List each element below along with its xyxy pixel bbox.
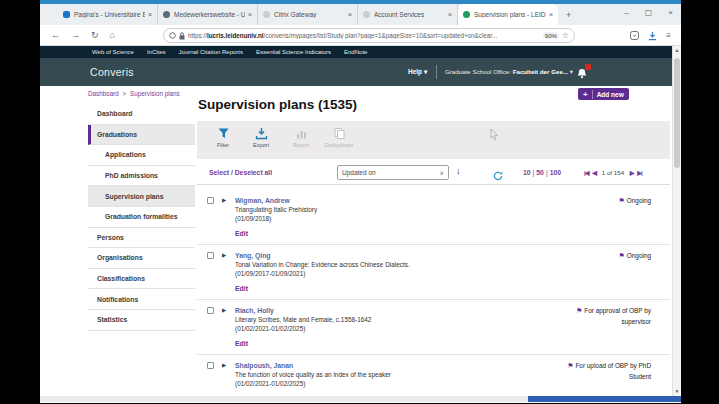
person-name-link[interactable]: Yang, Qing bbox=[235, 251, 410, 260]
link-endnote[interactable]: EndNote bbox=[344, 49, 367, 55]
page-scrollbar[interactable]: ▲ ▼ bbox=[672, 46, 681, 396]
forward-icon[interactable]: → bbox=[71, 31, 80, 40]
breadcrumb-supervision-plans[interactable]: Supervision plans bbox=[130, 90, 180, 97]
help-menu[interactable]: Help ▾ bbox=[408, 68, 427, 76]
bookmark-star-icon[interactable]: ☆ bbox=[562, 32, 569, 40]
edit-link[interactable]: Edit bbox=[235, 339, 371, 348]
refresh-icon[interactable] bbox=[493, 167, 503, 185]
tab-title: Supervision plans - LEIDEN bbox=[474, 11, 546, 18]
row-checkbox[interactable] bbox=[207, 362, 214, 369]
sidebar-item-supervision-plans[interactable]: Supervision plans bbox=[88, 186, 195, 207]
sidebar-item-statistics[interactable]: Statistics bbox=[88, 310, 195, 331]
sidebar-item-graduations[interactable]: Graduations bbox=[88, 125, 195, 146]
last-page-button[interactable]: ▶| bbox=[637, 169, 642, 176]
new-tab-button[interactable]: + bbox=[566, 10, 571, 20]
scroll-up-icon[interactable]: ▲ bbox=[673, 48, 681, 53]
tabs: Pagina's - Universitaire Bibl × Medewerk… bbox=[58, 4, 571, 25]
sidebar-nav: Dashboard Graduations Applications PhD a… bbox=[88, 104, 195, 331]
role-switcher[interactable]: Graduate School Office: Faculteit der Ge… bbox=[445, 68, 573, 75]
person-name-link[interactable]: Wigman, Andrew bbox=[235, 196, 317, 205]
row-checkbox[interactable] bbox=[207, 307, 214, 314]
sidebar-item-persons[interactable]: Persons bbox=[88, 228, 195, 249]
scroll-down-icon[interactable]: ▼ bbox=[673, 389, 681, 394]
expand-row-icon[interactable]: ▶ bbox=[222, 362, 226, 368]
tab-close-icon[interactable]: × bbox=[549, 11, 553, 18]
report-button[interactable]: Report bbox=[283, 127, 319, 148]
sidebar-item-applications[interactable]: Applications bbox=[88, 145, 195, 166]
status-text: For upload of OBP by PhD Student bbox=[575, 362, 651, 380]
role-label: Graduate School Office: bbox=[445, 68, 511, 75]
sidebar-item-phd-admissions[interactable]: PhD admissions bbox=[88, 166, 195, 187]
export-button[interactable]: Export bbox=[243, 127, 279, 148]
filter-label: Filter bbox=[217, 142, 229, 148]
maximize-button[interactable]: ▢ bbox=[645, 8, 653, 17]
sidebar-item-label: Graduation formalities bbox=[105, 213, 178, 220]
expand-row-icon[interactable]: ▶ bbox=[222, 307, 226, 313]
plan-dates: (01/02/2021-01/02/2025) bbox=[235, 325, 371, 334]
previous-page-button[interactable]: ◀ bbox=[592, 169, 596, 176]
close-button[interactable]: × bbox=[668, 8, 673, 17]
sidebar-item-organisations[interactable]: Organisations bbox=[88, 248, 195, 269]
expand-row-icon[interactable]: ▶ bbox=[222, 197, 226, 203]
sidebar-item-notifications[interactable]: Notifications bbox=[88, 289, 195, 310]
url-text: https://lucris.leidenuniv.nl/converis/my… bbox=[188, 32, 540, 39]
chevron-down-icon: ∨ bbox=[440, 169, 444, 176]
zoom-level-badge[interactable]: 90% bbox=[543, 32, 559, 39]
tab-pagina[interactable]: Pagina's - Universitaire Bibl × bbox=[58, 4, 158, 25]
page-size-10[interactable]: 10 bbox=[523, 169, 531, 176]
notification-badge bbox=[585, 64, 591, 70]
edit-link[interactable]: Edit bbox=[235, 284, 410, 293]
person-name-link[interactable]: Shalpoush, Janan bbox=[235, 361, 391, 370]
tab-favicon-icon bbox=[463, 11, 470, 18]
tab-citrix[interactable]: Citrix Gateway × bbox=[258, 4, 358, 25]
status-text: For approval of OBP by supervisor bbox=[584, 307, 651, 325]
page-size-100[interactable]: 100 bbox=[550, 169, 561, 176]
sidebar-item-dashboard[interactable]: Dashboard bbox=[88, 104, 195, 125]
link-jcr[interactable]: Journal Citation Reports bbox=[179, 49, 243, 55]
site-info-icon[interactable] bbox=[169, 32, 176, 39]
row-checkbox[interactable] bbox=[207, 252, 214, 259]
tab-close-icon[interactable]: × bbox=[148, 11, 152, 18]
status-badge: ⚑For approval of OBP by supervisor bbox=[559, 306, 651, 326]
tab-close-icon[interactable]: × bbox=[248, 11, 252, 18]
first-page-button[interactable]: |◀ bbox=[584, 169, 589, 176]
browser-menu-icon[interactable]: ≡ bbox=[666, 31, 671, 40]
tab-supervision-plans-active[interactable]: Supervision plans - LEIDEN × bbox=[458, 4, 558, 25]
breadcrumb-separator: > bbox=[123, 90, 127, 97]
link-esi[interactable]: Essential Science Indicators bbox=[256, 49, 331, 55]
edit-link[interactable]: Edit bbox=[235, 229, 317, 238]
page-size-50[interactable]: 50 bbox=[536, 169, 544, 176]
link-incites[interactable]: InCites bbox=[147, 49, 166, 55]
tab-medewerkers[interactable]: Medewerkerswebsite - Univ × bbox=[158, 4, 258, 25]
back-icon[interactable]: ← bbox=[51, 31, 60, 40]
tab-account-services[interactable]: Account Services × bbox=[358, 4, 458, 25]
sort-field-dropdown[interactable]: Updated on ∨ bbox=[337, 165, 449, 180]
home-icon[interactable]: ⌂ bbox=[110, 31, 115, 40]
filter-button[interactable]: Filter bbox=[205, 127, 241, 148]
select-deselect-all-link[interactable]: Select / Deselect all bbox=[209, 169, 272, 176]
tab-close-icon[interactable]: × bbox=[448, 11, 452, 18]
reload-icon[interactable]: ↻ bbox=[91, 31, 99, 40]
breadcrumb-dashboard[interactable]: Dashboard bbox=[88, 90, 119, 97]
converis-logo[interactable]: Converis bbox=[90, 66, 134, 78]
expand-row-icon[interactable]: ▶ bbox=[222, 252, 226, 258]
downloads-icon[interactable] bbox=[648, 31, 657, 41]
sort-direction-button[interactable]: ↓ bbox=[456, 166, 461, 176]
sidebar-item-graduation-formalities[interactable]: Graduation formalities bbox=[88, 207, 195, 228]
collections-icon[interactable] bbox=[630, 31, 639, 40]
app-header: Converis Help ▾ Graduate School Office: … bbox=[40, 58, 681, 86]
next-page-button[interactable]: ▶ bbox=[630, 169, 634, 176]
sidebar-item-classifications[interactable]: Classifications bbox=[88, 269, 195, 290]
deduplicate-copy-icon bbox=[333, 127, 346, 140]
table-row: ▶ Yang, Qing Tonal Variation in Change: … bbox=[197, 245, 670, 300]
tab-favicon-icon bbox=[163, 11, 170, 18]
url-field[interactable]: https://lucris.leidenuniv.nl/converis/my… bbox=[163, 28, 575, 43]
scrollbar-thumb[interactable] bbox=[674, 58, 680, 168]
tab-close-icon[interactable]: × bbox=[348, 11, 352, 18]
deduplicate-button[interactable]: Deduplicate bbox=[321, 127, 357, 148]
person-name-link[interactable]: Riach, Holly bbox=[235, 306, 371, 315]
tab-favicon-icon bbox=[263, 11, 270, 18]
link-web-of-science[interactable]: Web of Science bbox=[92, 49, 134, 55]
row-checkbox[interactable] bbox=[207, 197, 214, 204]
minimize-button[interactable]: – bbox=[624, 8, 628, 17]
